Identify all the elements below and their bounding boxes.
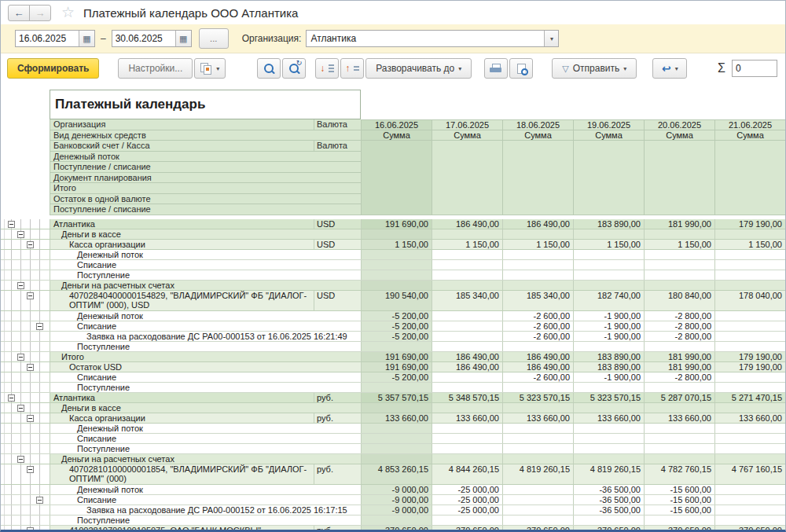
row-currency-cell[interactable]: USD bbox=[314, 240, 361, 249]
amount-cell[interactable] bbox=[361, 403, 432, 413]
amount-cell[interactable] bbox=[714, 260, 785, 270]
collapse-expander[interactable] bbox=[8, 394, 15, 402]
amount-cell[interactable]: -1 900,00 bbox=[573, 321, 644, 331]
print-preview-button[interactable] bbox=[509, 58, 533, 79]
amount-cell[interactable] bbox=[573, 260, 644, 270]
amount-cell[interactable]: 4 853 260,15 bbox=[361, 464, 432, 484]
amount-cell[interactable]: 4 767 160,15 bbox=[714, 464, 785, 484]
history-button[interactable]: ↩ ▾ bbox=[652, 58, 687, 79]
amount-cell[interactable] bbox=[714, 311, 785, 321]
row-label-cell[interactable]: Денежный поток bbox=[50, 311, 361, 321]
amount-cell[interactable] bbox=[361, 342, 432, 351]
amount-cell[interactable]: 133 660,00 bbox=[573, 413, 644, 423]
amount-cell[interactable] bbox=[432, 444, 502, 453]
amount-cell[interactable]: 133 660,00 bbox=[361, 413, 432, 423]
collapse-expander[interactable] bbox=[27, 241, 34, 248]
row-label-cell[interactable]: Списание bbox=[50, 372, 361, 382]
amount-cell[interactable] bbox=[432, 403, 502, 413]
amount-cell[interactable]: -25 000,00 bbox=[432, 495, 502, 504]
amount-cell[interactable] bbox=[361, 229, 432, 239]
amount-cell[interactable]: -1 900,00 bbox=[573, 332, 644, 341]
date-from-field[interactable]: ▦ bbox=[15, 30, 95, 47]
amount-cell[interactable] bbox=[714, 485, 785, 494]
calendar-icon[interactable]: ▦ bbox=[79, 31, 94, 46]
amount-cell[interactable] bbox=[644, 434, 714, 443]
row-label-cell[interactable]: 41002810700100105075, ОАО "БАНК МОСКВЫ" bbox=[50, 526, 314, 530]
amount-cell[interactable]: -15 600,00 bbox=[644, 495, 714, 504]
amount-cell[interactable]: 186 490,00 bbox=[502, 352, 573, 361]
row-label-cell[interactable]: Денежный поток bbox=[50, 424, 361, 433]
amount-cell[interactable] bbox=[432, 250, 502, 259]
amount-cell[interactable] bbox=[502, 424, 573, 433]
amount-cell[interactable]: 370 650,00 bbox=[573, 526, 644, 530]
amount-cell[interactable] bbox=[714, 321, 785, 331]
amount-cell[interactable]: 370 650,00 bbox=[502, 526, 573, 530]
amount-cell[interactable] bbox=[714, 444, 785, 453]
amount-cell[interactable]: 190 540,00 bbox=[361, 291, 432, 310]
amount-cell[interactable] bbox=[502, 229, 573, 239]
row-currency-cell[interactable]: руб. bbox=[314, 393, 361, 402]
amount-cell[interactable]: 186 490,00 bbox=[502, 219, 573, 229]
date-to-input[interactable] bbox=[112, 31, 175, 46]
row-label-cell[interactable]: Поступление bbox=[50, 383, 361, 392]
row-label-cell[interactable]: 40702840400000154829, "ВЛАДИМИРСКИЙ" ФБ … bbox=[50, 291, 314, 310]
amount-cell[interactable] bbox=[432, 372, 502, 382]
amount-cell[interactable] bbox=[502, 505, 573, 515]
collapse-expander[interactable] bbox=[17, 405, 24, 412]
amount-cell[interactable]: 179 190,00 bbox=[714, 362, 785, 372]
amount-cell[interactable] bbox=[432, 454, 502, 464]
period-more-button[interactable]: ... bbox=[199, 28, 229, 49]
autosum-input[interactable] bbox=[733, 61, 777, 76]
amount-cell[interactable] bbox=[361, 250, 432, 259]
amount-cell[interactable]: 133 660,00 bbox=[502, 413, 573, 423]
amount-cell[interactable] bbox=[502, 444, 573, 453]
amount-cell[interactable]: -2 600,00 bbox=[502, 321, 573, 331]
row-currency-cell[interactable]: руб. bbox=[314, 413, 361, 423]
row-label-cell[interactable]: Списание bbox=[50, 495, 361, 504]
amount-cell[interactable] bbox=[502, 495, 573, 504]
amount-cell[interactable]: -9 000,00 bbox=[361, 495, 432, 504]
row-label-cell[interactable]: Заявка на расходование ДС РА00-000153 от… bbox=[50, 332, 361, 341]
amount-cell[interactable] bbox=[714, 424, 785, 433]
amount-cell[interactable]: -1 900,00 bbox=[573, 311, 644, 321]
amount-cell[interactable] bbox=[573, 229, 644, 239]
amount-cell[interactable]: -2 600,00 bbox=[502, 372, 573, 382]
amount-cell[interactable] bbox=[432, 434, 502, 443]
row-label-cell[interactable]: Поступление bbox=[50, 270, 361, 280]
amount-cell[interactable]: 181 990,00 bbox=[644, 352, 714, 361]
row-label-cell[interactable]: Поступление bbox=[50, 342, 361, 351]
amount-cell[interactable]: -2 800,00 bbox=[644, 372, 714, 382]
amount-cell[interactable] bbox=[361, 383, 432, 392]
collapse-expander[interactable] bbox=[17, 354, 24, 361]
amount-cell[interactable]: -36 500,00 bbox=[573, 485, 644, 494]
amount-cell[interactable]: -5 200,00 bbox=[361, 372, 432, 382]
amount-cell[interactable] bbox=[714, 383, 785, 392]
row-currency-cell[interactable]: USD bbox=[314, 291, 361, 310]
row-label-cell[interactable]: Поступление bbox=[50, 515, 361, 525]
amount-cell[interactable] bbox=[573, 250, 644, 259]
amount-cell[interactable] bbox=[361, 424, 432, 433]
amount-cell[interactable] bbox=[432, 332, 502, 341]
back-button[interactable]: ← bbox=[8, 5, 30, 21]
amount-cell[interactable]: 5 357 570,15 bbox=[361, 393, 432, 402]
amount-cell[interactable]: 191 690,00 bbox=[361, 219, 432, 229]
amount-cell[interactable] bbox=[644, 515, 714, 525]
row-label-cell[interactable]: Поступление bbox=[50, 444, 361, 453]
send-button[interactable]: ▽ Отправить ▾ bbox=[552, 58, 637, 79]
row-currency-cell[interactable]: USD bbox=[314, 219, 361, 229]
amount-cell[interactable] bbox=[432, 229, 502, 239]
chevron-down-icon[interactable]: ▾ bbox=[544, 31, 558, 46]
expand-all-button[interactable]: ↓ bbox=[315, 58, 339, 79]
row-label-cell[interactable]: Списание bbox=[50, 434, 361, 443]
amount-cell[interactable] bbox=[714, 403, 785, 413]
amount-cell[interactable] bbox=[361, 454, 432, 464]
amount-cell[interactable] bbox=[432, 424, 502, 433]
amount-cell[interactable]: 370 650,00 bbox=[432, 526, 502, 530]
amount-cell[interactable] bbox=[502, 250, 573, 259]
amount-cell[interactable] bbox=[573, 383, 644, 392]
amount-cell[interactable]: 5 323 570,15 bbox=[573, 393, 644, 402]
forward-button[interactable]: → bbox=[29, 5, 51, 21]
amount-cell[interactable]: -2 800,00 bbox=[644, 311, 714, 321]
row-label-cell[interactable]: Остаток USD bbox=[50, 362, 361, 372]
row-label-cell[interactable]: Атлантика bbox=[50, 219, 314, 229]
